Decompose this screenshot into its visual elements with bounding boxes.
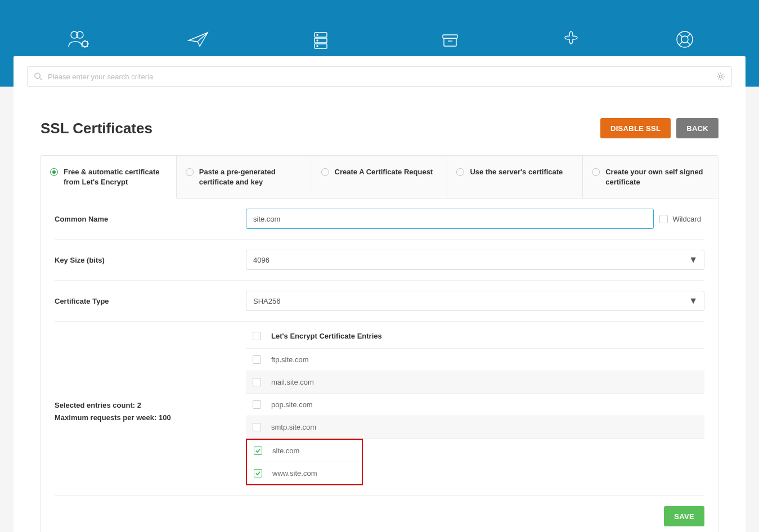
- label-common-name: Common Name: [55, 215, 246, 223]
- common-name-input[interactable]: [246, 209, 654, 229]
- svg-line-16: [679, 42, 682, 45]
- svg-point-20: [720, 75, 722, 78]
- entry-name: site.com: [272, 447, 299, 455]
- cert-type-select[interactable]: SHA256: [246, 291, 704, 311]
- page-title: SSL Certificates: [41, 120, 152, 137]
- back-button[interactable]: BACK: [676, 118, 718, 138]
- checkbox-icon[interactable]: [254, 447, 262, 455]
- svg-rect-3: [315, 33, 327, 37]
- key-size-select[interactable]: 4096: [246, 250, 704, 270]
- disable-ssl-button[interactable]: DISABLE SSL: [600, 118, 671, 138]
- entry-row[interactable]: ftp.site.com: [246, 349, 704, 371]
- entry-row[interactable]: site.com: [247, 440, 362, 462]
- selected-count: Selected entries count: 2: [55, 399, 235, 412]
- radio-icon: [456, 168, 464, 176]
- gear-icon[interactable]: [716, 72, 725, 83]
- users-gear-icon: [48, 28, 109, 51]
- checkbox-icon[interactable]: [253, 378, 261, 386]
- entry-row[interactable]: pop.site.com: [246, 394, 704, 416]
- svg-point-18: [35, 73, 40, 78]
- entries-table: Let's Encrypt Certificate Entries ftp.si…: [246, 332, 704, 485]
- svg-point-7: [317, 40, 318, 41]
- tab-server-cert[interactable]: Use the server's certificate: [447, 156, 583, 199]
- row-entries: Selected entries count: 2 Maximum reques…: [55, 322, 704, 495]
- save-row: SAVE: [41, 496, 718, 526]
- tab-paste-cert[interactable]: Paste a pre-generated certificate and ke…: [177, 156, 312, 199]
- save-button[interactable]: SAVE: [664, 506, 704, 526]
- tab-self-signed[interactable]: Create your own self signed certificate: [583, 156, 718, 199]
- entry-row[interactable]: mail.site.com: [246, 371, 704, 394]
- paper-plane-icon: [171, 28, 225, 51]
- entries-side-info: Selected entries count: 2 Maximum reques…: [55, 332, 246, 424]
- wildcard-checkbox[interactable]: Wildcard: [659, 215, 704, 223]
- entry-name: pop.site.com: [271, 400, 313, 409]
- form-body: Common Name Wildcard Key Size (bits): [41, 199, 718, 532]
- search-icon: [34, 72, 42, 83]
- svg-line-17: [687, 42, 690, 45]
- entry-name: mail.site.com: [271, 378, 314, 386]
- checkbox-icon[interactable]: [253, 355, 261, 364]
- lifebuoy-icon: [658, 28, 712, 51]
- tab-create-csr[interactable]: Create A Certificate Request: [312, 156, 448, 199]
- ssl-form-box: Free & automatic certificate from Let's …: [41, 155, 718, 532]
- svg-rect-9: [443, 35, 457, 38]
- checkbox-icon: [659, 215, 668, 223]
- row-common-name: Common Name Wildcard: [55, 199, 704, 240]
- label-key-size: Key Size (bits): [55, 256, 246, 264]
- header-buttons: DISABLE SSL BACK: [600, 118, 718, 138]
- entry-name: www.site.com: [272, 469, 317, 477]
- checkbox-icon[interactable]: [253, 423, 261, 431]
- server-icon: [287, 28, 354, 51]
- entries-header: Let's Encrypt Certificate Entries: [246, 332, 704, 349]
- svg-rect-5: [315, 44, 327, 48]
- plus-icon: [546, 28, 596, 51]
- radio-icon: [321, 168, 329, 176]
- checkbox-icon[interactable]: [253, 400, 261, 409]
- radio-icon: [50, 168, 58, 176]
- tab-lets-encrypt[interactable]: Free & automatic certificate from Let's …: [41, 156, 177, 199]
- svg-rect-10: [444, 38, 456, 46]
- tab-row: Free & automatic certificate from Let's …: [41, 156, 718, 199]
- entry-name: ftp.site.com: [271, 355, 308, 364]
- radio-icon: [592, 168, 600, 176]
- svg-point-8: [317, 46, 318, 47]
- checkbox-icon[interactable]: [254, 469, 262, 477]
- search-bar: [14, 56, 745, 87]
- max-requests: Maximum requests per week: 100: [55, 412, 235, 424]
- row-key-size: Key Size (bits) 4096 ▼: [55, 240, 704, 281]
- entry-row[interactable]: www.site.com: [247, 462, 362, 484]
- entry-row[interactable]: smtp.site.com: [246, 416, 704, 439]
- svg-line-15: [687, 34, 690, 37]
- svg-rect-4: [315, 38, 327, 43]
- highlighted-entries: site.com www.site.com: [246, 439, 363, 485]
- svg-point-6: [317, 34, 318, 35]
- search-input[interactable]: [27, 66, 732, 87]
- content-panel: SSL Certificates DISABLE SSL BACK Free &…: [14, 56, 745, 532]
- label-cert-type: Certificate Type: [55, 297, 246, 305]
- radio-icon: [186, 168, 194, 176]
- page-header: SSL Certificates DISABLE SSL BACK: [14, 87, 745, 155]
- entry-name: smtp.site.com: [271, 423, 316, 431]
- svg-line-19: [39, 78, 42, 80]
- row-cert-type: Certificate Type SHA256 ▼: [55, 281, 704, 322]
- select-all-checkbox[interactable]: [253, 332, 261, 340]
- svg-line-14: [679, 34, 682, 37]
- archive-icon: [416, 28, 484, 51]
